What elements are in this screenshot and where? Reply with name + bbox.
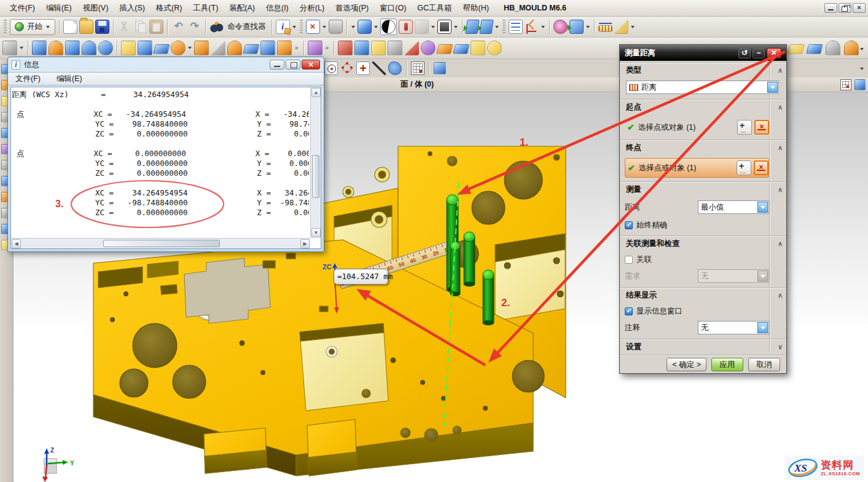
grid-toggle-icon[interactable] [840,79,851,90]
toolbar-grip[interactable] [502,20,506,34]
exact-checkbox[interactable] [625,221,633,229]
minimize-button[interactable] [824,3,837,13]
ok-button[interactable]: < 确定 > [667,358,706,371]
inferred-point-icon[interactable]: × [754,160,768,175]
scroll-thumb[interactable] [103,240,220,247]
sew-icon[interactable] [371,41,386,55]
cut-icon[interactable] [117,20,131,34]
subtract-icon[interactable] [338,41,353,55]
toolbar-grip[interactable] [4,20,7,34]
split-body-icon[interactable] [277,41,292,55]
menu-format[interactable]: 格式(R) [151,1,187,15]
scroll-left-icon[interactable]: ◀ [12,239,21,248]
expand-chevron-icon[interactable]: ∨ [778,343,783,351]
swept-icon[interactable] [404,41,419,55]
datum-plane-icon[interactable] [32,41,47,55]
grid-icon[interactable] [411,61,424,75]
styled-sweep-icon[interactable] [806,44,823,54]
collapse-chevron-icon[interactable]: ∧ [778,144,783,152]
snap-face-icon[interactable] [388,61,402,75]
dialog-minimize-icon[interactable]: − [753,48,765,58]
static-wireframe-icon[interactable] [415,20,429,34]
dialog-reset-icon[interactable]: ↺ [738,48,751,58]
studio-surface-icon[interactable] [421,41,436,55]
chamfer-icon[interactable] [243,44,260,54]
chevron-down-icon[interactable] [431,26,435,28]
window-close-icon[interactable]: × [306,20,320,34]
thicken-icon[interactable] [436,44,453,54]
annotation-combo[interactable]: 无 [698,321,769,334]
combo-arrow-icon[interactable] [757,322,768,333]
redo-icon[interactable]: ↷ [187,20,201,34]
patch-icon[interactable] [354,41,369,55]
group-start-point[interactable]: 起点 ∧ [620,99,786,115]
menu-tools[interactable]: 工具(T) [188,1,223,15]
requirement-combo[interactable]: 无 [698,269,769,283]
associative-checkbox[interactable] [625,256,633,264]
move-face-icon[interactable] [153,44,170,54]
scroll-right-icon[interactable]: ▶ [300,239,310,248]
group-associative[interactable]: 关联测量和检查 ∧ [620,235,786,251]
distance-method-combo[interactable]: 最小值 [698,200,769,214]
new-file-icon[interactable] [63,20,77,34]
work-view-icon[interactable] [854,79,866,90]
chevron-down-icon[interactable] [631,26,635,28]
shell-icon[interactable] [211,41,225,55]
point-dialog-icon[interactable]: +… [737,120,752,135]
measure-angle-icon[interactable] [614,20,628,34]
part-list-icon[interactable] [509,20,523,34]
scroll-down-icon[interactable]: ▼ [311,228,321,237]
bounded-plane-icon[interactable] [826,41,840,55]
chevron-down-icon[interactable] [292,26,296,28]
measure-ruler-icon[interactable] [598,25,612,32]
overflow-chevron[interactable]: » [326,45,329,51]
command-finder-label[interactable]: 命令查找器 [227,22,266,32]
collapse-chevron-icon[interactable]: ∧ [778,291,783,299]
vertical-scrollbar[interactable]: ▲ ▼ [310,87,321,238]
pattern-icon[interactable] [138,41,152,55]
group-end-point[interactable]: 终点 ∧ [620,140,786,156]
info-restore-button[interactable] [286,60,300,69]
offset-region-icon[interactable] [171,41,186,55]
toolbar-grip[interactable] [300,20,303,34]
show-info-checkbox[interactable] [625,307,633,315]
snap-quadrant-icon[interactable] [340,61,354,75]
dialog-titlebar[interactable]: 测量距离 ↺ − ✕ [620,45,786,61]
trim-body-icon[interactable] [260,41,275,55]
chevron-down-icon[interactable] [454,26,458,28]
work-layer-icon[interactable] [434,62,446,74]
cancel-button[interactable]: 取消 [748,358,780,371]
group-measure[interactable]: 测量 ∧ [620,181,786,197]
collapse-chevron-icon[interactable]: ∧ [778,66,783,74]
datum-axis-icon[interactable] [121,41,136,55]
dialog-close-icon[interactable]: ✕ [767,48,781,58]
menu-edit[interactable]: 编辑(E) [41,1,77,15]
menu-preferences[interactable]: 首选项(P) [330,1,373,15]
inferred-point-icon[interactable]: × [754,120,769,135]
wireframe-icon[interactable] [399,20,413,34]
point-dialog-icon[interactable]: +… [737,160,751,175]
collapse-chevron-icon[interactable]: ∧ [778,240,783,248]
group-results[interactable]: 结果显示 ∧ [620,287,786,303]
show-info-row[interactable]: 显示信息窗口 [625,306,769,317]
shaded-view-icon[interactable] [358,20,372,34]
role-palette-icon[interactable] [553,20,568,34]
through-curves-icon[interactable] [388,41,402,55]
close-button[interactable]: × [853,3,866,13]
chevron-down-icon[interactable] [541,26,545,28]
save-icon[interactable] [95,20,109,34]
chevron-down-icon[interactable] [860,48,864,50]
edge-blend-icon[interactable] [227,41,242,55]
chevron-down-icon[interactable] [188,47,192,49]
scroll-up-icon[interactable]: ▲ [311,88,321,97]
chevron-down-icon[interactable] [860,68,864,70]
extrude-icon[interactable] [49,41,63,55]
laptop-icon[interactable] [329,20,343,34]
collapse-chevron-icon[interactable]: ∧ [778,186,783,194]
sphere-icon[interactable] [98,41,113,55]
tube-icon[interactable] [844,41,859,55]
undo-icon[interactable]: ↶ [171,20,186,34]
menu-file[interactable]: 文件(F) [5,1,40,15]
unite-icon[interactable] [308,41,323,55]
background-icon[interactable] [437,20,452,34]
